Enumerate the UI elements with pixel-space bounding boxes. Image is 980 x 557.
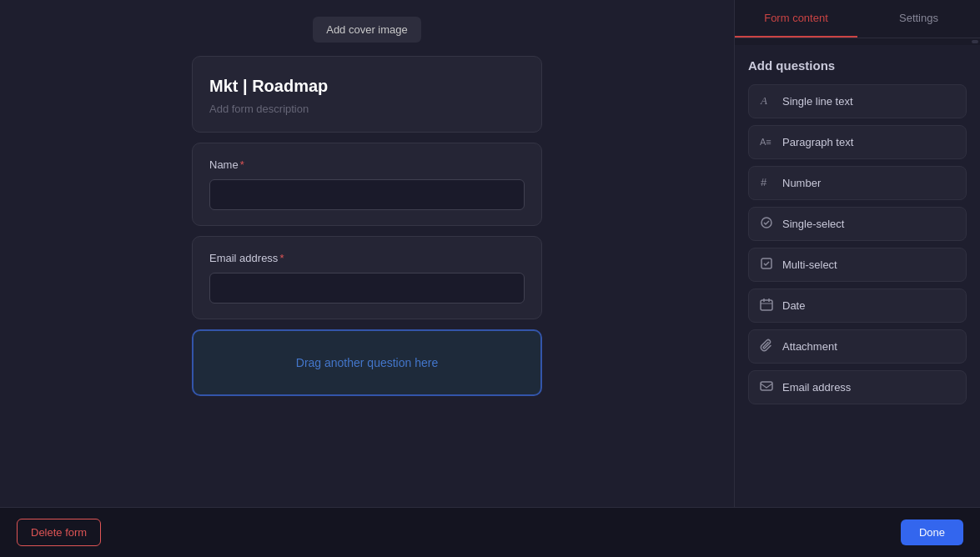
email-field-card: Email address * — [192, 236, 542, 319]
attachment-label: Attachment — [782, 340, 837, 353]
question-type-number[interactable]: #Number — [748, 166, 967, 200]
date-icon — [759, 298, 774, 314]
paragraph-text-label: Paragraph text — [782, 136, 853, 148]
email-input[interactable] — [209, 273, 525, 304]
question-type-date[interactable]: Date — [748, 289, 967, 323]
add-questions-title: Add questions — [748, 58, 967, 73]
tab-form-content[interactable]: Form content — [735, 0, 857, 38]
drag-drop-zone[interactable]: Drag another question here — [192, 329, 542, 396]
multi-select-label: Multi-select — [782, 258, 837, 271]
single-select-icon — [759, 216, 774, 232]
single-line-text-label: Single line text — [782, 95, 853, 108]
form-title: Mkt | Roadmap — [209, 77, 525, 96]
form-container: Mkt | Roadmap Add form description Name … — [192, 56, 542, 396]
single-line-text-icon: A — [759, 93, 774, 109]
panel-tabs: Form content Settings — [735, 0, 980, 38]
name-input[interactable] — [209, 179, 525, 210]
svg-rect-6 — [761, 382, 772, 390]
question-type-multi-select[interactable]: Multi-select — [748, 248, 967, 282]
question-type-single-line-text[interactable]: ASingle line text — [748, 84, 967, 118]
email-address-icon — [759, 379, 774, 395]
number-icon: # — [759, 175, 774, 191]
number-label: Number — [782, 177, 821, 189]
question-type-attachment[interactable]: Attachment — [748, 329, 967, 364]
question-types-list: ASingle line textA≡Paragraph text#Number… — [748, 84, 967, 404]
name-label: Name * — [209, 158, 525, 171]
scrollbar-track-top — [972, 40, 978, 43]
delete-form-button[interactable]: Delete form — [17, 519, 101, 546]
paragraph-text-icon: A≡ — [759, 134, 774, 150]
right-panel: Form content Settings Add questions ASin… — [734, 0, 980, 507]
done-button[interactable]: Done — [901, 519, 963, 545]
attachment-icon — [759, 339, 774, 354]
svg-text:#: # — [761, 176, 767, 188]
required-star-name: * — [240, 158, 244, 171]
multi-select-icon — [759, 257, 774, 273]
email-label: Email address * — [209, 252, 525, 264]
drag-zone-text: Drag another question here — [296, 356, 438, 369]
question-type-single-select[interactable]: Single-select — [748, 207, 967, 241]
svg-text:A≡: A≡ — [760, 137, 771, 147]
canvas-area: Add cover image Mkt | Roadmap Add form d… — [0, 0, 734, 507]
svg-text:A: A — [760, 94, 767, 107]
question-type-email-address[interactable]: Email address — [748, 370, 967, 404]
name-field-card: Name * — [192, 143, 542, 226]
panel-content: Add questions ASingle line textA≡Paragra… — [735, 45, 980, 507]
required-star-email: * — [279, 252, 284, 264]
date-label: Date — [782, 299, 805, 312]
svg-rect-5 — [761, 300, 772, 310]
bottom-bar: Delete form Done — [0, 507, 980, 557]
question-type-paragraph-text[interactable]: A≡Paragraph text — [748, 125, 967, 159]
add-cover-image-button[interactable]: Add cover image — [313, 17, 421, 43]
main-layout: Add cover image Mkt | Roadmap Add form d… — [0, 0, 980, 507]
form-description-placeholder[interactable]: Add form description — [209, 103, 525, 115]
form-header-card: Mkt | Roadmap Add form description — [192, 56, 542, 133]
tab-settings[interactable]: Settings — [857, 0, 980, 38]
single-select-label: Single-select — [782, 218, 844, 230]
email-address-label: Email address — [782, 381, 851, 394]
